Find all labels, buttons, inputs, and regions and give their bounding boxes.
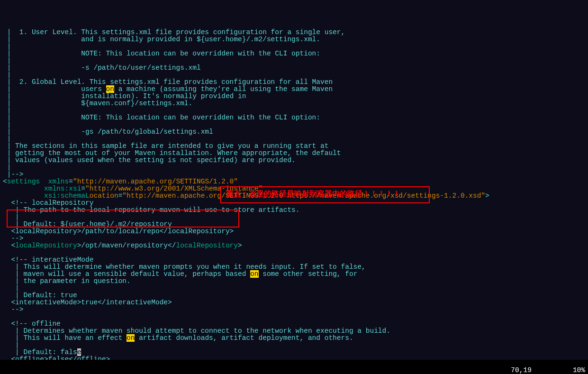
code-line: | 2. Global Level. This settings.xml fil…	[3, 79, 585, 86]
scroll-percent: 10%	[573, 366, 585, 374]
code-line: |	[3, 43, 585, 50]
code-line: | ${maven.conf}/settings.xml.	[3, 100, 585, 107]
callout-box-text: 重点：这里的路径是映射到容器内的路径！！！！！	[220, 186, 430, 203]
code-line: | getting the most out of your Maven ins…	[3, 150, 585, 157]
code-line: | 1. User Level. This settings.xml file …	[3, 29, 585, 36]
code-line	[3, 313, 585, 320]
code-line	[3, 249, 585, 256]
code-line: | installation). It's normally provided …	[3, 93, 585, 100]
status-line: 70,19 10%	[0, 360, 588, 374]
callout-box-highlight	[7, 210, 239, 228]
code-line: | users on a machine (assuming they're a…	[3, 86, 585, 93]
code-line: |	[3, 342, 585, 349]
code-line: <settings xmlns="http://maven.apache.org…	[3, 178, 585, 185]
code-line: | This will have an effect on artifact d…	[3, 335, 585, 342]
code-line: |	[3, 136, 585, 143]
code-line: |	[3, 285, 585, 292]
code-line: |	[3, 72, 585, 79]
code-line: <!-- offline	[3, 320, 585, 328]
code-line: |	[3, 164, 585, 171]
code-line: | NOTE: This location can be overridden …	[3, 50, 585, 57]
code-line: <localRepository>/opt/maven/repository</…	[3, 242, 585, 249]
code-line: <localRepository>/path/to/local/repo</lo…	[3, 228, 585, 235]
code-line: | and is normally provided in ${user.hom…	[3, 36, 585, 43]
code-line: -->	[3, 235, 585, 242]
code-line: | Default: false	[3, 349, 585, 356]
code-line: |-->	[3, 171, 585, 178]
code-line: |	[3, 121, 585, 128]
code-line: | -s /path/to/user/settings.xml	[3, 64, 585, 72]
cursor-position: 70,19	[511, 366, 532, 374]
code-line: -->	[3, 306, 585, 313]
code-line: <interactiveMode>true</interactiveMode>	[3, 299, 585, 306]
code-line: | This will determine whether maven prom…	[3, 264, 585, 271]
code-line: | The sections in this sample file are i…	[3, 143, 585, 150]
code-line: | NOTE: This location can be overridden …	[3, 114, 585, 121]
code-line: <!-- interactiveMode	[3, 256, 585, 264]
code-line: | Default: true	[3, 292, 585, 299]
code-line: | -gs /path/to/global/settings.xml	[3, 128, 585, 136]
code-line: |	[3, 107, 585, 114]
code-line: | values (values used when the setting i…	[3, 157, 585, 164]
code-line: | maven will use a sensible default valu…	[3, 271, 585, 278]
code-line: |	[3, 57, 585, 64]
code-line: | Determines whether maven should attemp…	[3, 328, 585, 335]
code-line: | the parameter in question.	[3, 278, 585, 285]
